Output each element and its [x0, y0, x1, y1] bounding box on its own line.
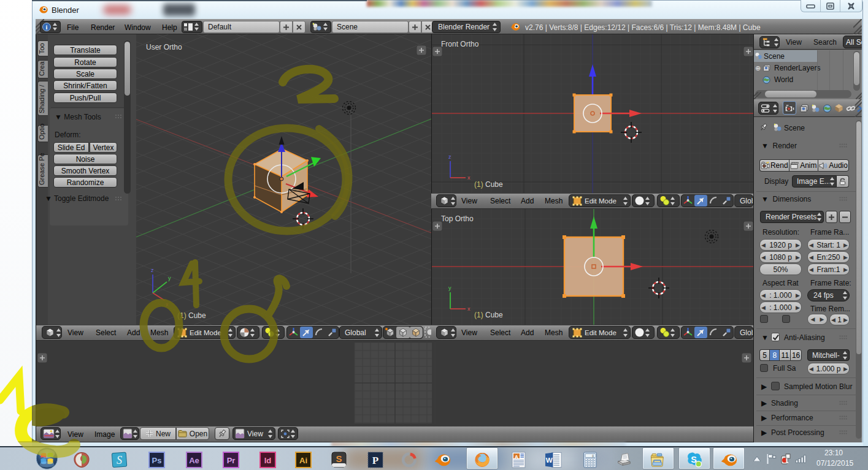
svg-text:Ai: Ai: [299, 455, 307, 464]
svg-text:(1) Cube: (1) Cube: [177, 311, 206, 320]
svg-text:z: z: [151, 267, 154, 273]
svg-text:x: x: [467, 175, 470, 181]
svg-text:S: S: [117, 454, 122, 466]
svg-text:User Ortho: User Ortho: [146, 43, 182, 51]
svg-text:Front Ortho: Front Ortho: [441, 40, 479, 48]
svg-text:W: W: [546, 456, 553, 463]
svg-text:Pr: Pr: [226, 455, 235, 464]
svg-text:Ae: Ae: [189, 455, 199, 464]
svg-text:S: S: [336, 453, 342, 464]
svg-text:x: x: [467, 306, 470, 312]
svg-text:x: x: [166, 301, 169, 308]
svg-text:y: y: [168, 275, 171, 281]
svg-text:P: P: [372, 455, 378, 466]
svg-text:A: A: [515, 453, 518, 459]
svg-text:Id: Id: [264, 455, 271, 464]
svg-text:z: z: [448, 154, 451, 160]
svg-text:Top Ortho: Top Ortho: [441, 214, 474, 223]
svg-text:0: 0: [592, 453, 594, 457]
svg-text:y: y: [448, 285, 451, 291]
svg-text:(1) Cube: (1) Cube: [474, 180, 503, 189]
svg-text:(1) Cube: (1) Cube: [474, 311, 503, 319]
svg-text:i: i: [46, 24, 48, 31]
svg-text:Ps: Ps: [152, 455, 161, 464]
